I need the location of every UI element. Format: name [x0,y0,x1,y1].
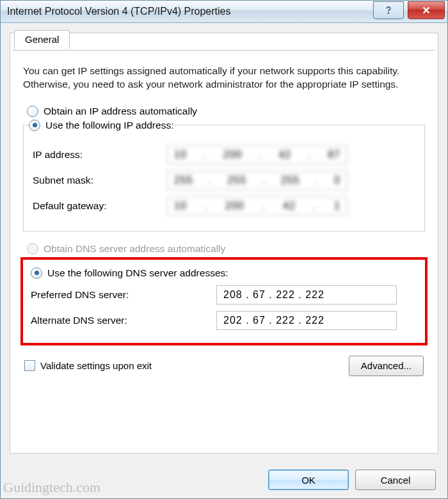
label-subnet-mask: Subnet mask: [33,175,167,186]
radio-icon [31,267,42,279]
label-ip-address: IP address: [33,149,167,161]
input-alternate-dns[interactable]: 202 . 67 . 222 . 222 [216,311,397,330]
cancel-button[interactable]: Cancel [355,470,436,490]
radio-icon [29,120,40,131]
row-subnet-mask: Subnet mask: 255.255.255.0 [33,171,415,190]
tab-divider [13,50,435,51]
radio-icon [27,243,38,255]
close-icon [422,6,431,15]
radio-dns-auto: Obtain DNS server address automatically [27,243,426,255]
dialog-window: Internet Protocol Version 4 (TCP/IPv4) P… [0,0,448,499]
ok-button[interactable]: OK [268,470,349,490]
radio-dns-auto-label: Obtain DNS server address automatically [44,243,225,255]
radio-icon [27,106,38,117]
radio-ip-auto[interactable]: Obtain an IP address automatically [27,106,426,117]
row-default-gateway: Default gateway: 10.200.42.1 [33,196,415,216]
radio-ip-manual[interactable]: Use the following IP address: [29,120,173,131]
group-ip-manual: Use the following IP address: IP address… [23,120,425,232]
label-validate: Validate settings upon exit [40,360,349,371]
tab-content: You can get IP settings assigned automat… [10,52,438,383]
watermark-text: Guidingtech.com [3,479,100,496]
tabstrip: General [10,33,438,52]
label-alternate-dns: Alternate DNS server: [31,315,216,326]
radio-dns-manual[interactable]: Use the following DNS server addresses: [31,267,417,279]
window-title: Internet Protocol Version 4 (TCP/IPv4) P… [7,6,371,17]
dns-highlight-box: Use the following DNS server addresses: … [20,257,428,345]
tab-general[interactable]: General [14,30,70,49]
help-icon [384,6,393,15]
svg-point-0 [388,12,389,13]
row-alternate-dns: Alternate DNS server: 202 . 67 . 222 . 2… [31,311,417,330]
input-ip-address[interactable]: 10.200.42.87 [167,145,348,164]
bottom-row: Validate settings upon exit Advanced... [24,356,424,376]
advanced-button[interactable]: Advanced... [349,356,424,376]
input-default-gateway[interactable]: 10.200.42.1 [167,196,348,216]
input-preferred-dns[interactable]: 208 . 67 . 222 . 222 [216,285,397,305]
intro-text: You can get IP settings assigned automat… [23,65,425,91]
checkbox-validate[interactable] [24,360,35,371]
radio-dns-manual-label: Use the following DNS server addresses: [47,267,228,279]
radio-ip-manual-label: Use the following IP address: [45,120,173,131]
label-preferred-dns: Preferred DNS server: [31,289,216,301]
titlebar: Internet Protocol Version 4 (TCP/IPv4) P… [1,1,447,23]
row-ip-address: IP address: 10.200.42.87 [33,145,415,164]
group-dns-manual: Use the following DNS server addresses: … [27,262,421,338]
close-button[interactable] [408,1,445,19]
input-subnet-mask[interactable]: 255.255.255.0 [167,171,348,190]
help-button[interactable] [373,1,404,19]
radio-ip-auto-label: Obtain an IP address automatically [44,106,197,117]
row-preferred-dns: Preferred DNS server: 208 . 67 . 222 . 2… [31,285,417,305]
dialog-frame: General You can get IP settings assigned… [10,33,438,454]
label-default-gateway: Default gateway: [33,200,167,212]
